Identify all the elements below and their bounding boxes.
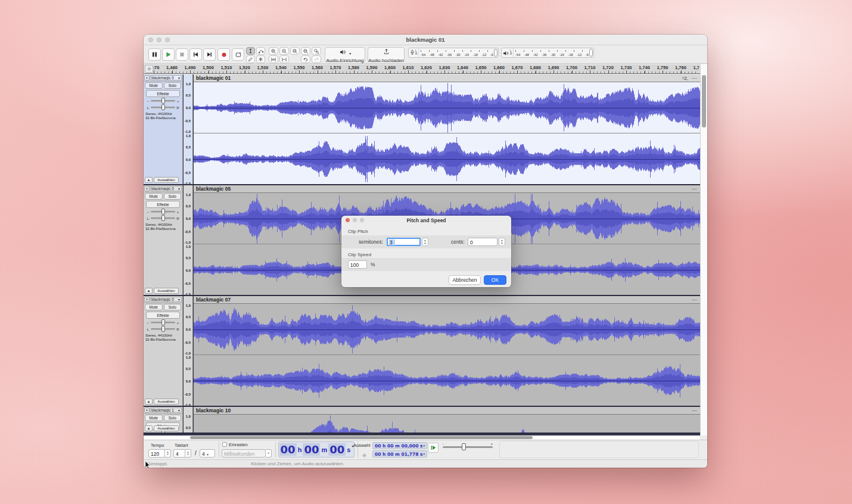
vertical-scrollbar[interactable] — [700, 64, 707, 435]
cents-stepper[interactable]: ▲▼ — [499, 238, 505, 246]
select-track-button[interactable]: Auswählen — [154, 425, 179, 431]
zoom-out-button[interactable] — [279, 47, 289, 55]
clip-pitch-badge[interactable]: ↑2, — [682, 76, 688, 81]
channel-waveform[interactable] — [194, 355, 700, 406]
clip-menu-button[interactable]: ⋯ — [692, 408, 697, 413]
track-close-button[interactable]: × — [144, 297, 150, 302]
timeline-options-button[interactable] — [145, 65, 153, 73]
play-at-speed-button[interactable] — [428, 443, 439, 453]
horizontal-scrollbar[interactable] — [144, 435, 700, 440]
time-signature-lower-select[interactable]: 4 ▼ — [200, 449, 215, 458]
gain-slider[interactable]: −+ — [144, 319, 182, 326]
semitones-input[interactable]: 3 — [387, 238, 421, 246]
pan-slider[interactable]: LR — [144, 326, 182, 332]
select-track-button[interactable]: Auswählen — [154, 399, 179, 405]
window-titlebar[interactable]: blackmagic 01 — [144, 35, 707, 45]
audio-upload-button[interactable]: Audio hochladen — [368, 47, 405, 62]
clip-menu-button[interactable]: ⋯ — [692, 297, 697, 303]
channel-waveform[interactable] — [194, 82, 700, 133]
solo-button[interactable]: Solo — [164, 304, 182, 310]
multi-tool-button[interactable] — [256, 55, 265, 63]
semitones-stepper[interactable]: ▲▼ — [422, 238, 428, 246]
select-track-button[interactable]: Auswählen — [154, 288, 179, 294]
audio-setup-button[interactable]: ▾ Audio-Einrichtung — [325, 47, 365, 62]
play-speed-slider[interactable]: -+ — [443, 446, 493, 448]
pan-slider-thumb[interactable] — [161, 104, 165, 110]
gain-slider-thumb[interactable] — [161, 209, 165, 214]
mute-button[interactable]: Mute — [145, 82, 163, 89]
collapse-track-button[interactable]: ▲ — [145, 425, 153, 431]
trim-outside-selection-button[interactable] — [269, 55, 278, 63]
recording-meter[interactable]: LR -54-48-42-36-30-24-18-12-6 — [408, 48, 499, 58]
collapse-track-button[interactable]: ▲ — [145, 177, 153, 183]
tempo-stepper[interactable]: ▲▼ — [165, 449, 171, 458]
waveform-area[interactable]: blackmagic 01 ↑2, ⋯ — [194, 74, 700, 184]
loop-button[interactable] — [232, 48, 244, 61]
clip-header[interactable]: blackmagic 10 ⋯ — [194, 407, 700, 415]
track-close-button[interactable]: × — [144, 186, 150, 191]
selection-start-field[interactable]: 00 h 00 m 00,000 s▾ — [372, 442, 427, 449]
clip-header[interactable]: blackmagic 01 ↑2, ⋯ — [194, 74, 700, 82]
collapse-track-button[interactable]: ▲ — [145, 399, 153, 405]
clip-menu-button[interactable]: ⋯ — [692, 186, 697, 192]
time-signature-upper-input[interactable]: 4 — [173, 449, 185, 458]
horizontal-scrollbar-thumb[interactable] — [190, 436, 533, 439]
redo-button[interactable] — [312, 55, 321, 63]
waveform-area[interactable]: blackmagic 07 ⋯ — [194, 296, 700, 406]
clip-menu-button[interactable]: ⋯ — [692, 76, 697, 81]
zoom-selection-button[interactable] — [290, 47, 300, 55]
playback-meter[interactable]: LR -54-48-42-36-30-24-18-12-6 — [501, 48, 594, 58]
track-control-panel[interactable]: × blackmagic 1▼ Mute Solo Effekte −+ LR … — [144, 407, 183, 433]
selection-tool-button[interactable] — [246, 47, 255, 55]
selection-end-field[interactable]: 00 h 00 m 01,778 s▾ — [372, 450, 427, 458]
waveform-area[interactable]: blackmagic 10 ⋯ — [194, 407, 700, 433]
mute-button[interactable]: Mute — [145, 304, 163, 310]
track-close-button[interactable]: × — [144, 75, 150, 80]
solo-button[interactable]: Solo — [164, 415, 182, 421]
track-control-panel[interactable]: × blackmagic 0▼ Mute Solo Effekte −+ LR … — [144, 296, 183, 406]
stop-button[interactable] — [176, 48, 188, 61]
solo-button[interactable]: Solo — [164, 193, 182, 200]
zoom-in-button[interactable] — [269, 47, 278, 55]
tempo-input[interactable]: 120 — [148, 449, 165, 458]
silence-selection-button[interactable] — [279, 55, 289, 63]
cents-input[interactable]: 0 — [468, 238, 497, 246]
effects-button[interactable]: Effekte — [146, 90, 180, 97]
track-name-dropdown[interactable]: blackmagic 0▼ — [150, 186, 182, 191]
envelope-tool-button[interactable] — [256, 47, 265, 55]
gain-slider-thumb[interactable] — [161, 319, 165, 325]
zoom-toggle-button[interactable] — [312, 47, 321, 55]
track-name-dropdown[interactable]: blackmagic 0▼ — [150, 75, 182, 80]
gain-slider-thumb[interactable] — [161, 98, 165, 104]
cancel-button[interactable]: Abbrechen — [449, 275, 481, 285]
pan-slider[interactable]: LR — [144, 104, 182, 111]
skip-to-end-button[interactable] — [203, 48, 216, 61]
solo-button[interactable]: Solo — [164, 82, 182, 89]
effects-button[interactable]: Effekte — [146, 201, 180, 208]
play-button[interactable] — [162, 48, 175, 61]
vertical-scale-ruler[interactable]: 1,00,50,0-0,5-1,01,00,50,0-0,5-1,0 — [184, 296, 193, 406]
effects-button[interactable]: Effekte — [146, 312, 180, 319]
channel-waveform[interactable] — [194, 304, 700, 355]
pan-slider[interactable]: LR — [144, 215, 182, 222]
draw-tool-button[interactable] — [246, 55, 255, 63]
snap-unit-select[interactable]: Millisekunden — [222, 449, 266, 458]
snap-unit-dropdown-button[interactable]: ▼ — [266, 449, 272, 458]
pause-button[interactable] — [148, 48, 161, 61]
time-signature-stepper[interactable]: ▲▼ — [185, 449, 191, 458]
skip-to-start-button[interactable] — [189, 48, 202, 61]
vertical-scale-ruler[interactable]: 1,00,50,0-0,5-1,01,00,50,0-0,5-1,0 — [184, 407, 193, 433]
vertical-scale-ruler[interactable]: 1,00,50,0-0,5-1,01,00,50,0-0,5-1,0 — [184, 74, 193, 184]
select-track-button[interactable]: Auswählen — [154, 177, 179, 183]
clip-header[interactable]: blackmagic 07 ⋯ — [194, 296, 700, 304]
collapse-track-button[interactable]: ▲ — [145, 288, 153, 294]
meter-grip[interactable] — [494, 49, 497, 57]
meter-grip[interactable] — [589, 49, 593, 57]
timeline-ruler[interactable]: 1,4701,4801,4901,5001,5101,5201,5301,540… — [144, 64, 700, 74]
audio-position-display[interactable]: 00h 00m 00s ▾ — [278, 441, 355, 458]
mute-button[interactable]: Mute — [145, 415, 163, 421]
track-control-panel[interactable]: × blackmagic 0▼ Mute Solo Effekte −+ LR … — [144, 74, 183, 184]
channel-waveform[interactable] — [194, 133, 700, 184]
ok-button[interactable]: OK — [484, 275, 506, 285]
gain-slider[interactable]: −+ — [144, 98, 182, 104]
